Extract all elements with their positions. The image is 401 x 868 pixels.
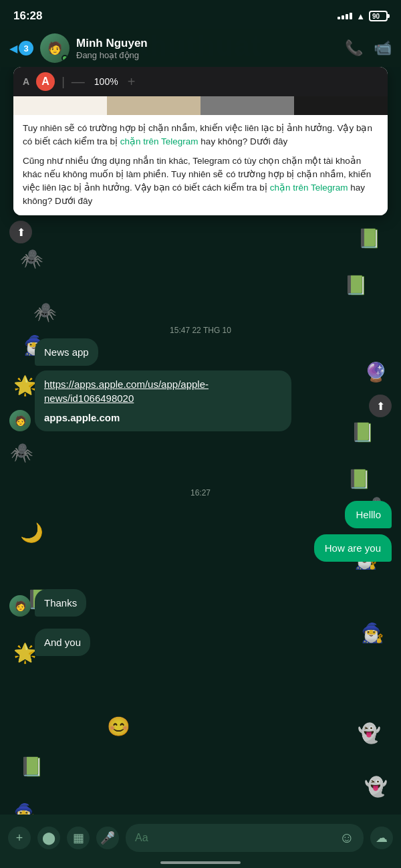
battery-indicator: 90 <box>369 11 388 21</box>
call-button[interactable]: 📞 <box>345 39 363 57</box>
sticker: 🕷️ <box>10 441 33 463</box>
bubble-received: And you <box>35 629 90 656</box>
back-badge: 3 <box>19 41 33 56</box>
msg-text: Helllo <box>356 509 381 520</box>
message-thanks: 🧑 Thanks <box>0 585 401 621</box>
avatar-small: 🧑 <box>9 410 31 431</box>
msg-received: News app <box>9 338 392 366</box>
link-domain: apps.apple.com <box>44 411 282 425</box>
message-how-are-you: How are you <box>0 532 401 564</box>
msg-received: 🧑 Thanks <box>9 589 392 617</box>
bubble-sent: How are you <box>314 534 392 562</box>
zoom-minus-button[interactable]: — <box>72 74 85 90</box>
sticker: 📗 <box>358 227 381 249</box>
sticker: 📗 <box>344 274 368 296</box>
bubble-sent: Helllo <box>345 501 392 528</box>
bubble-link: https://apps.apple.com/us/app/apple-news… <box>35 370 291 431</box>
sticker: 😊 <box>107 716 130 738</box>
link-share-button[interactable]: ⬆ <box>369 395 392 417</box>
message-input-wrap[interactable]: Aa ☺ <box>126 824 364 852</box>
contact-name: Minh Nguyen <box>76 37 345 50</box>
nav-bar: ◀ 3 🧑 Minh Nguyen Đang hoạt động 📞 📹 <box>0 29 401 67</box>
font-large-button[interactable]: A <box>36 72 55 91</box>
chat-area: A A | — 100% + Tuy nhiên sẽ có trường hợ… <box>0 67 401 815</box>
sticker: 🕷️ <box>20 247 43 269</box>
article-body: Tuy nhiên sẽ có trường hợp bị chặn nhầm,… <box>13 115 388 215</box>
zoom-plus-button[interactable]: + <box>128 74 136 90</box>
back-button[interactable]: ◀ 3 <box>9 41 33 56</box>
bubble-received: Thanks <box>35 589 86 617</box>
zoom-level: 100% <box>94 76 118 87</box>
video-call-button[interactable]: 📹 <box>374 39 392 57</box>
article-link[interactable]: chặn trên Telegram <box>120 136 198 146</box>
status-time: 16:28 <box>13 9 42 23</box>
msg-text: Thanks <box>44 597 77 609</box>
avatar-small: 🧑 <box>9 595 31 617</box>
article-popup: A A | — 100% + Tuy nhiên sẽ có trường hợ… <box>13 67 388 215</box>
status-icons: ▲ 90 <box>338 11 388 21</box>
signal-icon <box>338 13 352 19</box>
gallery-button[interactable]: ▦ <box>67 827 90 849</box>
article-text-body: Cũng như nhiều ứng dụng nhắn tin khác, T… <box>23 154 378 209</box>
input-placeholder: Aa <box>135 832 148 844</box>
camera-button[interactable]: ⬤ <box>37 827 60 849</box>
app-link[interactable]: https://apps.apple.com/us/app/apple-news… <box>44 378 209 404</box>
article-share-button[interactable]: ⬆ <box>9 221 32 243</box>
swatch-gray[interactable] <box>200 96 294 115</box>
sticker: 👻 <box>358 722 381 744</box>
plus-button[interactable]: + <box>8 827 31 849</box>
avatar[interactable]: 🧑 <box>40 33 70 63</box>
article-text-top: Tuy nhiên sẽ có trường hợp bị chặn nhầm,… <box>23 122 378 149</box>
online-indicator <box>61 55 68 62</box>
msg-text: News app <box>44 346 89 358</box>
font-small-button[interactable]: A <box>23 76 29 87</box>
sticker: 🧙‍♂️ <box>13 802 37 815</box>
message-and-you: And you <box>0 625 401 660</box>
swatch-white[interactable] <box>13 96 107 115</box>
sticker: 👻 <box>364 776 388 798</box>
link-url[interactable]: https://apps.apple.com/us/app/apple-news… <box>44 377 282 405</box>
bubble-received: News app <box>35 338 98 366</box>
msg-received: And you <box>9 629 392 656</box>
contact-status: Đang hoạt động <box>76 50 345 60</box>
msg-received-link: 🧑 https://apps.apple.com/us/app/apple-ne… <box>9 370 352 431</box>
swatch-beige[interactable] <box>107 96 200 115</box>
msg-text: How are you <box>325 542 381 554</box>
nav-actions: 📞 📹 <box>345 39 392 57</box>
msg-sent: How are you <box>9 534 392 562</box>
sticker: 📗 <box>20 756 43 778</box>
contact-info: Minh Nguyen Đang hoạt động <box>76 37 345 60</box>
input-bar: + ⬤ ▦ 🎤 Aa ☺ ☁ <box>0 815 401 868</box>
color-swatches <box>13 96 388 115</box>
message-link: 🧑 https://apps.apple.com/us/app/apple-ne… <box>0 366 361 435</box>
emoji-button[interactable]: ☺ <box>340 829 354 847</box>
message-news-app: News app <box>0 334 401 370</box>
msg-text: And you <box>44 637 81 648</box>
msg-sent: Helllo <box>9 501 392 528</box>
message-helllo: Helllo <box>0 498 401 531</box>
back-chevron-icon: ◀ <box>9 42 17 55</box>
separator: | <box>61 75 65 89</box>
status-bar: 16:28 ▲ 90 <box>0 0 401 29</box>
text-controls: A A | — 100% + <box>13 67 388 96</box>
cloud-button[interactable]: ☁ <box>370 827 393 849</box>
mic-button[interactable]: 🎤 <box>96 827 119 849</box>
swatch-black[interactable] <box>294 96 388 115</box>
wifi-icon: ▲ <box>356 11 365 21</box>
home-indicator <box>160 861 241 864</box>
